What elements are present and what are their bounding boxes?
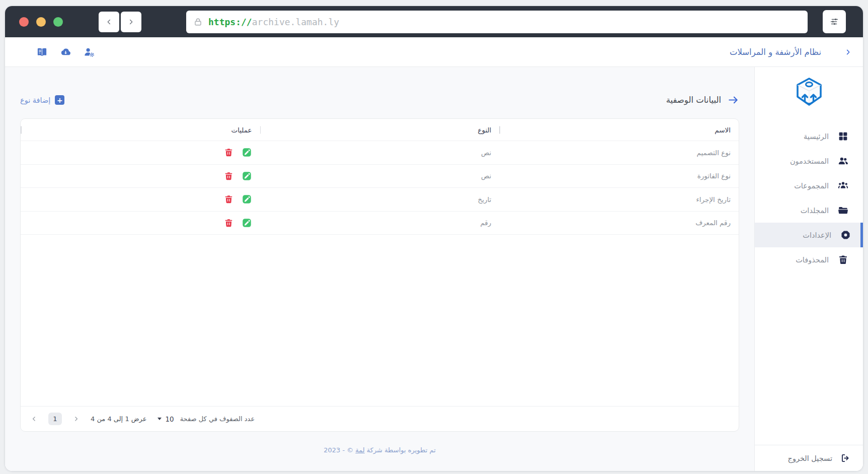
sidebar: الرئيسية المستخدمون المجموعات [754,67,863,471]
cell-name: رقم المعرف [499,219,739,227]
lock-icon [193,17,203,27]
sidebar-item-label: المجموعات [794,182,829,190]
sidebar-item-label: المجلدات [801,207,829,215]
next-page-button[interactable] [73,416,80,422]
chevron-left-icon [31,416,37,422]
app-toolbar: نظام الأرشفة و المراسلات [5,37,863,67]
url-text: https://archive.lamah.ly [208,17,339,27]
delete-button[interactable] [224,194,233,204]
previous-page-button[interactable] [31,416,37,422]
user-gear-icon[interactable] [84,46,95,58]
main-content: البيانات الوصفية + إضافة نوع الاسم النوع… [5,67,754,471]
edit-button[interactable] [242,218,252,228]
grid-icon [838,131,848,142]
toolbar-quick-icons [36,46,95,58]
app-body: الرئيسية المستخدمون المجموعات [5,67,863,471]
arrow-right-icon[interactable] [728,94,739,106]
delete-button[interactable] [224,218,233,228]
metadata-table-card: الاسم النوع عمليات نوع التصميم نص نوع ال… [20,118,739,432]
current-page-button[interactable]: 1 [48,413,62,425]
cell-name: نوع الفاتورة [499,172,739,180]
folder-icon [838,205,848,216]
url-host: archive.lamah.ly [252,17,339,27]
sidebar-item-users[interactable]: المستخدمون [755,149,863,173]
cell-operations [21,147,260,158]
edit-button[interactable] [242,147,252,158]
sidebar-item-settings[interactable]: الإعدادات [755,223,863,247]
sidebar-menu: الرئيسية المستخدمون المجموعات [755,124,863,272]
pagination-range-label: عرض 1 إلى 4 من 4 [91,415,146,423]
traffic-lights [19,17,63,27]
sidebar-item-folders[interactable]: المجلدات [755,198,863,223]
cell-operations [21,218,260,228]
cell-name: تاريخ الإجراء [499,195,739,204]
browser-settings-button[interactable] [823,10,846,33]
rows-per-page-label: عدد الصفوف في كل صفحة [180,415,255,423]
minimize-window-button[interactable] [36,17,46,27]
table-empty-space [21,235,739,406]
cell-type: نص [260,172,500,180]
close-window-button[interactable] [19,17,29,27]
sidebar-item-label: المحذوفات [796,256,829,264]
sidebar-item-label: الرئيسية [804,132,829,141]
add-type-button[interactable]: + إضافة نوع [20,95,64,105]
page-title: البيانات الوصفية [666,95,721,105]
caret-down-icon [157,418,162,420]
cell-operations [21,194,260,205]
column-header-type: النوع [260,126,500,134]
settings-nut-icon [840,230,851,240]
users-icon [838,156,848,166]
browser-window: https://archive.lamah.ly نظام الأرشفة و … [5,6,863,471]
add-type-label: إضافة نوع [20,96,50,104]
browser-chrome: https://archive.lamah.ly [5,6,863,37]
sidebar-item-home[interactable]: الرئيسية [755,124,863,149]
logout-label: تسجيل الخروج [788,454,832,462]
cell-type: تاريخ [260,195,500,204]
footer-text: تم تطويره بواسطة شركةلمة© - 2023 [324,446,435,454]
cloud-download-icon[interactable] [60,46,71,58]
sidebar-collapse-chevron-icon[interactable] [844,48,852,56]
plus-icon: + [55,95,64,105]
page-footer: تم تطويره بواسطة شركةلمة© - 2023 [5,432,754,471]
chevron-right-icon [73,416,80,422]
url-bar[interactable]: https://archive.lamah.ly [186,11,808,33]
app-logo [792,77,826,109]
page-title-group: البيانات الوصفية [666,94,739,106]
cell-type: رقم [260,219,500,227]
cell-operations [21,171,260,181]
logout-icon [840,453,851,463]
rows-per-page-select[interactable]: 10 [157,415,174,423]
column-header-name: الاسم [499,126,739,134]
pagination-bar: عدد الصفوف في كل صفحة 10 عرض 1 إلى 4 من … [21,406,739,431]
sidebar-item-label: المستخدمون [790,157,829,165]
rows-per-page-value: 10 [165,415,174,423]
footer-company-link[interactable]: لمة [355,446,364,454]
cell-type: نص [260,149,500,157]
logout-button[interactable]: تسجيل الخروج [755,445,863,471]
forward-button[interactable] [121,12,141,32]
cell-name: نوع التصميم [499,149,739,157]
delete-button[interactable] [224,148,233,157]
table-row: نوع التصميم نص [21,141,739,165]
edit-button[interactable] [242,171,252,181]
chevron-right-icon [127,18,135,26]
back-button[interactable] [99,12,119,32]
sidebar-item-groups[interactable]: المجموعات [755,173,863,198]
footer-prefix: تم تطويره بواسطة شركة [367,446,436,454]
book-icon[interactable] [36,46,48,58]
footer-suffix: © - 2023 [324,446,353,454]
page-header: البيانات الوصفية + إضافة نوع [5,67,754,118]
sliders-icon [829,16,840,27]
trash-icon [838,254,848,265]
maximize-window-button[interactable] [53,17,63,27]
browser-nav-buttons [99,12,141,32]
chevron-left-icon [105,18,113,26]
edit-button[interactable] [242,194,252,205]
table-row: نوع الفاتورة نص [21,165,739,188]
group-icon [838,180,848,191]
table-row: تاريخ الإجراء تاريخ [21,188,739,212]
sidebar-item-trash[interactable]: المحذوفات [755,247,863,272]
table-row: رقم المعرف رقم [21,212,739,235]
delete-button[interactable] [224,171,233,181]
table-header-row: الاسم النوع عمليات [21,119,739,141]
